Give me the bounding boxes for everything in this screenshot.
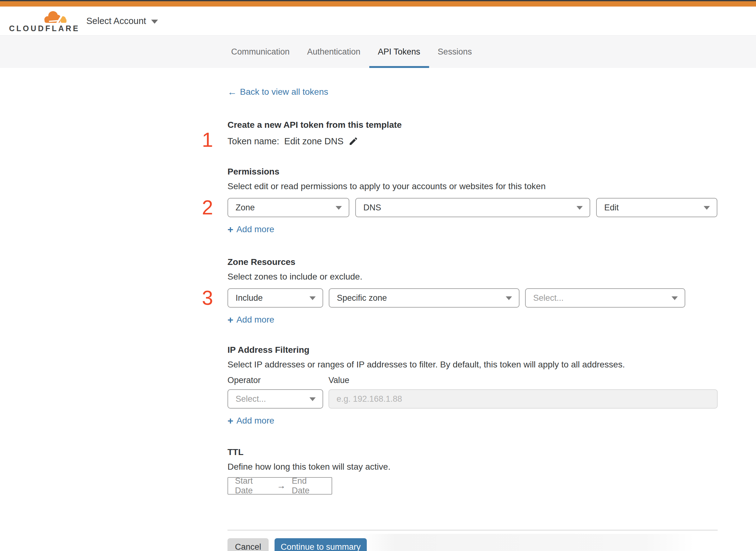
footer-divider bbox=[227, 530, 718, 530]
value-label: Value bbox=[328, 375, 349, 386]
chevron-down-icon bbox=[704, 206, 710, 210]
tab-label: API Tokens bbox=[378, 47, 421, 57]
chevron-down-icon bbox=[577, 206, 583, 210]
tab-sessions[interactable]: Sessions bbox=[429, 36, 481, 68]
ip-filtering-row: Select... bbox=[227, 389, 718, 409]
ip-filtering-heading: IP Address Filtering bbox=[227, 344, 718, 356]
select-value: Include bbox=[235, 293, 263, 303]
ip-value-input[interactable] bbox=[328, 389, 718, 409]
tab-label: Communication bbox=[231, 47, 290, 57]
zone-picker-select[interactable]: Select... bbox=[525, 288, 685, 308]
add-permission-link[interactable]: + Add more bbox=[227, 224, 274, 235]
zone-resources-section: 3 Zone Resources Select zones to include… bbox=[227, 256, 718, 325]
add-more-label: Add more bbox=[236, 224, 274, 235]
operator-label: Operator bbox=[227, 375, 328, 386]
ttl-section: TTL Define how long this token will stay… bbox=[227, 447, 718, 495]
cloudflare-logo[interactable]: CLOUDFLARE bbox=[9, 7, 68, 34]
ip-operator-select[interactable]: Select... bbox=[227, 389, 323, 409]
plus-icon: + bbox=[227, 416, 233, 425]
page: CLOUDFLARE Select Account Communication … bbox=[0, 0, 756, 551]
brand-accent-bar bbox=[0, 1, 756, 7]
add-zone-resource-link[interactable]: + Add more bbox=[227, 315, 274, 325]
logo-wordmark: CLOUDFLARE bbox=[9, 24, 80, 33]
select-value: Specific zone bbox=[337, 293, 387, 303]
ip-filtering-labels: Operator Value bbox=[227, 375, 718, 386]
token-name-row: Token name: Edit zone DNS bbox=[227, 135, 718, 147]
plus-icon: + bbox=[227, 315, 233, 325]
end-date-label: End Date bbox=[292, 476, 325, 496]
tab-label: Authentication bbox=[307, 47, 360, 57]
step-number-1: 1 bbox=[202, 129, 213, 151]
cancel-button[interactable]: Cancel bbox=[227, 538, 269, 551]
token-name-section: 1 Create a new API token from this templ… bbox=[227, 119, 718, 147]
step-number-2: 2 bbox=[202, 196, 213, 219]
select-placeholder: Select... bbox=[235, 394, 266, 404]
add-more-label: Add more bbox=[236, 315, 274, 325]
plus-icon: + bbox=[227, 225, 233, 234]
ttl-date-range-picker[interactable]: Start Date → End Date bbox=[227, 477, 332, 495]
chevron-down-icon bbox=[309, 397, 316, 401]
select-placeholder: Select... bbox=[533, 293, 564, 303]
permissions-heading: Permissions bbox=[227, 166, 718, 177]
token-name-label: Token name: bbox=[227, 135, 279, 147]
right-arrow-icon: → bbox=[277, 481, 285, 491]
back-link[interactable]: ← Back to view all tokens bbox=[227, 87, 328, 97]
permission-level-select[interactable]: Edit bbox=[596, 198, 717, 217]
add-more-label: Add more bbox=[236, 416, 274, 426]
tab-authentication[interactable]: Authentication bbox=[298, 36, 369, 68]
cloudflare-cloud-icon bbox=[39, 7, 69, 26]
select-value: Edit bbox=[604, 203, 619, 212]
tab-communication[interactable]: Communication bbox=[222, 36, 298, 68]
add-ip-filter-link[interactable]: + Add more bbox=[227, 416, 274, 426]
left-arrow-icon: ← bbox=[227, 87, 237, 97]
header: CLOUDFLARE Select Account bbox=[0, 7, 756, 35]
tab-api-tokens[interactable]: API Tokens bbox=[369, 36, 429, 68]
permissions-row: Zone DNS Edit bbox=[227, 198, 718, 217]
pencil-icon[interactable] bbox=[348, 136, 358, 146]
permission-scope-select[interactable]: Zone bbox=[227, 198, 349, 217]
token-template-form: ← Back to view all tokens 1 Create a new… bbox=[227, 68, 718, 551]
tab-label: Sessions bbox=[438, 47, 472, 57]
tabs: Communication Authentication API Tokens … bbox=[0, 36, 730, 68]
select-value: Zone bbox=[235, 203, 255, 212]
step-number-3: 3 bbox=[202, 287, 213, 309]
account-selector[interactable]: Select Account bbox=[86, 7, 158, 35]
ttl-heading: TTL bbox=[227, 447, 718, 458]
zone-type-select[interactable]: Specific zone bbox=[329, 288, 520, 308]
permission-type-select[interactable]: DNS bbox=[355, 198, 590, 217]
zone-resources-heading: Zone Resources bbox=[227, 256, 718, 268]
chevron-down-icon bbox=[335, 206, 342, 210]
chevron-down-icon bbox=[309, 297, 316, 300]
ttl-description: Define how long this token will stay act… bbox=[227, 462, 718, 472]
chevron-down-icon bbox=[151, 20, 158, 24]
ip-filtering-section: IP Address Filtering Select IP addresses… bbox=[227, 344, 718, 426]
permissions-section: 2 Permissions Select edit or read permis… bbox=[227, 166, 718, 235]
ip-filtering-description: Select IP addresses or ranges of IP addr… bbox=[227, 359, 718, 370]
zone-resources-description: Select zones to include or exclude. bbox=[227, 271, 718, 282]
account-selector-label: Select Account bbox=[86, 16, 146, 26]
permissions-description: Select edit or read permissions to apply… bbox=[227, 181, 718, 192]
zone-include-select[interactable]: Include bbox=[227, 288, 323, 308]
chevron-down-icon bbox=[672, 297, 678, 300]
start-date-label: Start Date bbox=[235, 476, 270, 496]
footer-actions: Cancel Continue to summary bbox=[227, 538, 718, 551]
back-link-label: Back to view all tokens bbox=[240, 87, 328, 97]
token-name-value: Edit zone DNS bbox=[284, 135, 343, 147]
chevron-down-icon bbox=[506, 297, 512, 300]
tab-bar: Communication Authentication API Tokens … bbox=[0, 35, 756, 68]
select-value: DNS bbox=[363, 203, 381, 212]
zone-resources-row: Include Specific zone Select... bbox=[227, 288, 718, 308]
create-token-heading: Create a new API token from this templat… bbox=[227, 119, 718, 131]
continue-to-summary-button[interactable]: Continue to summary bbox=[274, 538, 367, 551]
